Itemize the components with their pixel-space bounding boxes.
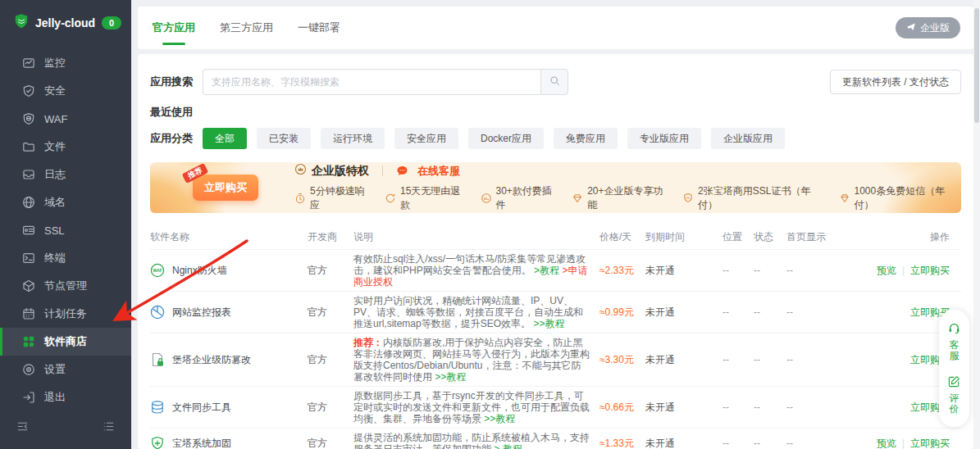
actions-cell: 预览|立即购买: [857, 437, 961, 449]
search-button[interactable]: [540, 69, 568, 95]
desc-link[interactable]: >>教程: [484, 413, 515, 424]
sidebar-item-logs[interactable]: 日志: [0, 161, 131, 188]
sidebar-item-monitor[interactable]: 监控: [0, 49, 131, 77]
sidebar-item-label: 退出: [44, 390, 66, 405]
desc-link[interactable]: >>教程: [435, 371, 466, 383]
buy-now-button[interactable]: 推荐 立即购买: [193, 175, 258, 201]
app-name: Nginx防火墙: [172, 264, 227, 278]
collapse-sidebar-icon[interactable]: [16, 420, 29, 436]
sidebar-item-waf[interactable]: WAF: [0, 105, 131, 133]
table-body: WAFNginx防火墙 官方 有效防止sql注入/xss/一句话木马/防采集等常…: [150, 249, 961, 449]
app-root: Jelly-cloud 0 监控 安全 WAF 文件 日志 域名 SSL 终端 …: [0, 0, 980, 449]
app-name-cell[interactable]: 堡塔企业级防篡改: [150, 352, 308, 367]
monitor-icon: [22, 57, 35, 70]
notification-badge[interactable]: 0: [102, 16, 121, 29]
sidebar-item-logout[interactable]: 退出: [0, 383, 131, 411]
customer-service-button[interactable]: 客服: [948, 322, 960, 361]
scrollbar-thumb[interactable]: [974, 8, 979, 123]
tab-deploy[interactable]: 一键部署: [296, 7, 342, 49]
menu-list-icon[interactable]: [103, 420, 115, 436]
refund-icon: [385, 193, 396, 204]
column-header: 首页显示: [786, 230, 857, 244]
svg-text:30+: 30+: [483, 197, 489, 201]
desc-link[interactable]: >>教程: [533, 318, 564, 329]
enterprise-button[interactable]: 企业版: [896, 17, 960, 39]
table-row: WAFNginx防火墙 官方 有效防止sql注入/xss/一句话木马/防采集等常…: [150, 249, 961, 291]
sync-app-icon: [150, 400, 165, 415]
sidebar-item-node[interactable]: 节点管理: [0, 272, 131, 300]
app-name-cell[interactable]: WAFNginx防火墙: [150, 263, 308, 278]
description-cell: 原数据同步工具，基于rsync开发的文件同步工具，可定时或实时的发送文件和更新文…: [353, 390, 599, 424]
app-name-cell[interactable]: 网站监控报表: [150, 305, 308, 320]
sidebar-item-security[interactable]: 安全: [0, 77, 131, 105]
home-display-cell: --: [786, 265, 857, 276]
banner-feature: 20+企业版专享功能: [572, 184, 670, 212]
column-header: 位置: [722, 230, 754, 244]
files-icon: [22, 140, 35, 153]
waf-icon: [22, 112, 35, 125]
category-运行环境[interactable]: 运行环境: [321, 128, 385, 149]
app-title: Jelly-cloud: [35, 16, 96, 29]
crown-icon: [294, 163, 312, 179]
search-row: 应用搜索 更新软件列表 / 支付状态: [150, 69, 961, 95]
chat-icon: [396, 165, 413, 177]
rocket-icon: [906, 22, 916, 34]
privilege-title: 企业版特权: [312, 164, 369, 179]
desc-link[interactable]: > 教程: [494, 443, 522, 449]
sidebar-item-label: 设置: [44, 362, 66, 377]
vendor-cell: 官方: [308, 401, 353, 415]
tab-bar: 官方应用第三方应用一键部署: [151, 7, 342, 49]
status-cell: --: [754, 354, 786, 365]
category-已安装[interactable]: 已安装: [257, 128, 311, 149]
sidebar-item-domain[interactable]: 域名: [0, 188, 131, 216]
floating-widget: 客服 评价: [939, 310, 969, 427]
desc-link[interactable]: >教程: [534, 265, 559, 276]
home-display-cell: --: [786, 354, 857, 365]
app-name-cell[interactable]: 文件同步工具: [150, 400, 308, 415]
banner-feature: 5分钟极速响应: [294, 184, 372, 212]
logs-icon: [22, 168, 35, 181]
location-cell: --: [722, 438, 754, 449]
actions-cell: 预览|立即购买: [857, 264, 961, 278]
sidebar-item-label: 监控: [44, 56, 66, 70]
action-预览[interactable]: 预览: [877, 264, 896, 278]
column-header: 状态: [754, 230, 786, 244]
sidebar-item-label: SSL: [44, 224, 65, 237]
sidebar-item-terminal[interactable]: 终端: [0, 244, 131, 272]
svg-text:WAF: WAF: [153, 268, 162, 273]
location-cell: --: [722, 265, 754, 276]
action-预览[interactable]: 预览: [877, 437, 896, 449]
recent-used-label: 最近使用: [150, 105, 961, 120]
cron-icon: [22, 307, 35, 320]
table-row: 堡塔企业级防篡改 官方 推荐：内核版防篡改,用于保护站点内容安全，防止黑客非法修…: [150, 333, 961, 386]
store-icon: [22, 335, 35, 348]
sidebar-item-store[interactable]: 软件商店: [0, 328, 131, 356]
tab-thirdparty[interactable]: 第三方应用: [218, 7, 275, 49]
action-立即购买[interactable]: 立即购买: [910, 437, 950, 449]
category-安全应用[interactable]: 安全应用: [394, 128, 458, 149]
action-立即购买[interactable]: 立即购买: [910, 264, 950, 278]
sidebar-item-settings[interactable]: 设置: [0, 356, 131, 383]
vendor-cell: 官方: [308, 353, 353, 367]
category-全部[interactable]: 全部: [203, 128, 247, 149]
shield-logo-icon: [13, 13, 30, 33]
tab-official[interactable]: 官方应用: [151, 7, 197, 49]
banner-info: 企业版特权 在线客服 5分钟极速响应 15天无理由退款 30+ 30+款付费插件…: [294, 163, 961, 212]
table-header: 软件名称开发商说明价格/天到期时间位置状态首页显示操作: [150, 224, 961, 249]
category-企业版应用[interactable]: 企业版应用: [711, 128, 785, 149]
review-button[interactable]: 评价: [948, 375, 960, 415]
online-service-link[interactable]: 在线客服: [396, 164, 460, 179]
description-cell: 有效防止sql注入/xss/一句话木马/防采集等常见渗透攻击，建议和PHP网站安…: [353, 253, 599, 288]
sidebar-item-label: 计划任务: [44, 306, 87, 321]
app-name-cell[interactable]: 宝塔系统加固: [150, 436, 308, 449]
sidebar-item-label: 日志: [44, 167, 66, 182]
sidebar-item-files[interactable]: 文件: [0, 133, 131, 161]
update-list-button[interactable]: 更新软件列表 / 支付状态: [830, 70, 961, 94]
home-display-cell: --: [786, 401, 857, 413]
category-专业版应用[interactable]: 专业版应用: [627, 128, 701, 149]
category-Docker应用[interactable]: Docker应用: [468, 128, 544, 149]
sidebar-item-cron[interactable]: 计划任务: [0, 300, 131, 328]
category-免费应用[interactable]: 免费应用: [554, 128, 618, 149]
sidebar-item-ssl[interactable]: SSL: [0, 216, 131, 244]
search-input[interactable]: [203, 69, 540, 95]
